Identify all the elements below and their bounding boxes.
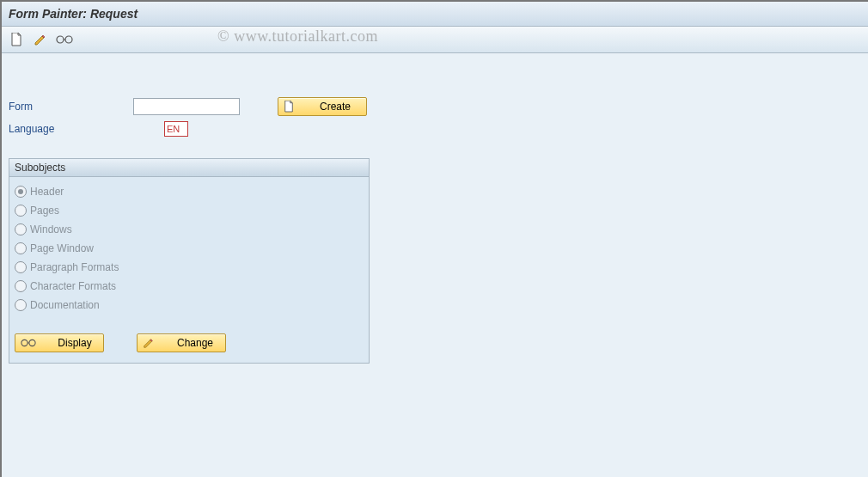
language-row: Language: [9, 119, 861, 139]
create-button[interactable]: Create: [278, 97, 367, 116]
toolbar-create-button[interactable]: [7, 30, 26, 49]
display-button-label: Display: [52, 337, 98, 349]
subobject-radio-windows[interactable]: Windows: [15, 220, 364, 239]
title-bar: Form Painter: Request: [2, 2, 868, 27]
radio-label: Paragraph Formats: [30, 261, 119, 273]
radio-icon: [15, 280, 27, 292]
radio-icon: [15, 242, 27, 254]
language-input[interactable]: [164, 121, 188, 137]
radio-icon: [15, 299, 27, 311]
glasses-icon: [56, 34, 73, 45]
subobject-radio-paragraph-formats[interactable]: Paragraph Formats: [15, 258, 364, 277]
change-button[interactable]: Change: [137, 333, 226, 352]
form-row: Form Create: [9, 96, 861, 117]
radio-label: Windows: [30, 223, 72, 235]
toolbar-display-button[interactable]: [55, 30, 74, 49]
toolbar-change-button[interactable]: [31, 30, 50, 49]
pencil-icon: [34, 33, 47, 46]
radio-icon: [15, 186, 27, 198]
radio-label: Header: [30, 186, 64, 198]
form-label: Form: [9, 101, 133, 113]
radio-icon: [15, 261, 27, 273]
page-new-icon: [10, 33, 22, 46]
radio-label: Documentation: [30, 299, 100, 311]
svg-point-2: [21, 339, 28, 346]
language-label: Language: [9, 123, 133, 135]
subobject-radio-character-formats[interactable]: Character Formats: [15, 277, 364, 296]
radio-label: Pages: [30, 205, 59, 217]
subobjects-body: Header Pages Windows Page Window Paragra…: [9, 177, 369, 323]
svg-point-1: [65, 36, 72, 43]
radio-label: Page Window: [30, 242, 94, 254]
main-content: Form Create Language Subobjects Header P…: [2, 53, 868, 370]
app-toolbar: [2, 27, 868, 53]
subobject-radio-header[interactable]: Header: [15, 182, 364, 201]
create-button-label: Create: [309, 101, 361, 113]
change-button-label: Change: [170, 337, 220, 349]
form-input[interactable]: [133, 98, 240, 115]
svg-point-3: [29, 339, 35, 346]
subobject-radio-pages[interactable]: Pages: [15, 201, 364, 220]
pencil-icon: [143, 337, 155, 349]
subobjects-actions: Display Change: [9, 323, 369, 363]
subobjects-group: Subobjects Header Pages Windows Page Win…: [9, 158, 370, 364]
page-new-icon: [284, 101, 294, 113]
radio-label: Character Formats: [30, 280, 116, 292]
radio-icon: [15, 205, 27, 217]
radio-icon: [15, 223, 27, 235]
subobject-radio-page-window[interactable]: Page Window: [15, 239, 364, 258]
glasses-icon: [21, 338, 36, 348]
page-title: Form Painter: Request: [9, 7, 138, 21]
subobject-radio-documentation[interactable]: Documentation: [15, 296, 364, 315]
svg-point-0: [57, 36, 64, 43]
display-button[interactable]: Display: [15, 333, 104, 352]
subobjects-title: Subobjects: [9, 159, 369, 177]
